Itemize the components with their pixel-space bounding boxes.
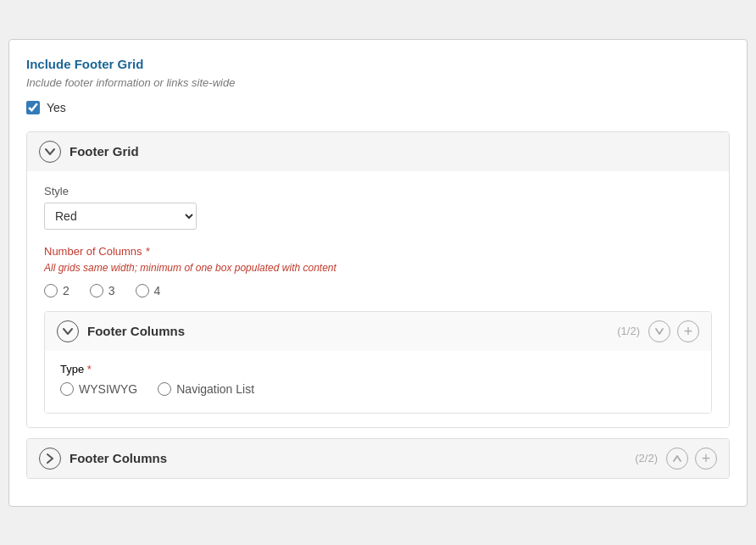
footer-columns-1-panel: Footer Columns (1/2) +	[44, 311, 712, 414]
chevron-down-icon-2	[62, 325, 74, 337]
chevron-down-icon	[44, 146, 56, 158]
column-3-label[interactable]: 3	[108, 284, 115, 298]
arrow-up-icon	[672, 453, 682, 464]
columns-hint: All grids same width; minimum of one box…	[44, 262, 712, 274]
footer-columns-1-title: Footer Columns	[87, 324, 609, 338]
type-radio-group: WYSIWYG Navigation List	[60, 382, 696, 396]
column-2-radio[interactable]	[44, 284, 58, 298]
columns-label: Number of Columns	[44, 245, 142, 258]
footer-grid-panel: Footer Grid Style Red Blue Green Default…	[26, 131, 730, 428]
section-title: Include Footer Grid	[26, 57, 730, 71]
type-wysiwyg-option: WYSIWYG	[60, 382, 137, 396]
main-container: Include Footer Grid Include footer infor…	[8, 39, 748, 507]
wysiwyg-radio[interactable]	[60, 382, 74, 396]
navigation-list-label[interactable]: Navigation List	[176, 382, 254, 396]
yes-checkbox-row: Yes	[26, 101, 730, 114]
column-option-3: 3	[90, 284, 115, 298]
column-option-2: 2	[44, 284, 69, 298]
yes-label[interactable]: Yes	[47, 101, 66, 114]
footer-columns-2-title: Footer Columns	[69, 451, 626, 465]
include-footer-section: Include Footer Grid Include footer infor…	[26, 57, 730, 114]
footer-columns-1-badge: (1/2)	[617, 325, 640, 337]
footer-grid-panel-header[interactable]: Footer Grid	[27, 132, 729, 171]
column-4-label[interactable]: 4	[154, 284, 161, 298]
column-option-4: 4	[136, 284, 161, 298]
style-label: Style	[44, 185, 712, 197]
type-navlist-option: Navigation List	[158, 382, 254, 396]
footer-grid-title: Footer Grid	[69, 144, 717, 158]
wysiwyg-label[interactable]: WYSIWYG	[79, 382, 137, 396]
type-required-star: *	[87, 363, 92, 375]
footer-columns-1-add-button[interactable]: +	[677, 320, 699, 342]
footer-columns-2-header[interactable]: Footer Columns (2/2) +	[27, 439, 729, 478]
footer-columns-1-collapse-icon[interactable]	[57, 320, 79, 342]
column-3-radio[interactable]	[90, 284, 103, 298]
columns-radio-group: 2 3 4	[44, 284, 712, 298]
footer-columns-2-add-button[interactable]: +	[695, 448, 717, 470]
footer-columns-2-up-button[interactable]	[666, 448, 688, 470]
footer-columns-1-actions: +	[648, 320, 699, 342]
footer-columns-2-badge: (2/2)	[635, 452, 658, 464]
navigation-list-radio[interactable]	[158, 382, 171, 396]
column-2-label[interactable]: 2	[63, 284, 69, 298]
footer-grid-body: Style Red Blue Green Default Number of C…	[27, 171, 729, 427]
footer-grid-collapse-icon[interactable]	[39, 141, 61, 163]
yes-checkbox[interactable]	[26, 101, 40, 114]
plus-icon: +	[684, 324, 693, 339]
arrow-down-icon	[654, 326, 664, 336]
footer-columns-2-collapse-icon[interactable]	[39, 448, 61, 470]
chevron-right-icon	[44, 453, 56, 464]
plus-icon-2: +	[702, 451, 711, 466]
style-select[interactable]: Red Blue Green Default	[44, 203, 197, 230]
columns-required-star: *	[146, 245, 150, 258]
footer-columns-2-panel: Footer Columns (2/2) +	[26, 438, 730, 479]
column-4-radio[interactable]	[136, 284, 149, 298]
footer-columns-1-wrapper: Footer Columns (1/2) +	[44, 311, 712, 414]
section-subtitle: Include footer information or links site…	[26, 76, 730, 89]
type-label: Type *	[60, 363, 696, 375]
footer-columns-1-body: Type * WYSIWYG Navigation List	[45, 351, 711, 413]
footer-columns-1-header[interactable]: Footer Columns (1/2) +	[45, 312, 711, 351]
footer-columns-1-down-button[interactable]	[648, 320, 670, 342]
footer-columns-2-actions: +	[666, 448, 717, 470]
